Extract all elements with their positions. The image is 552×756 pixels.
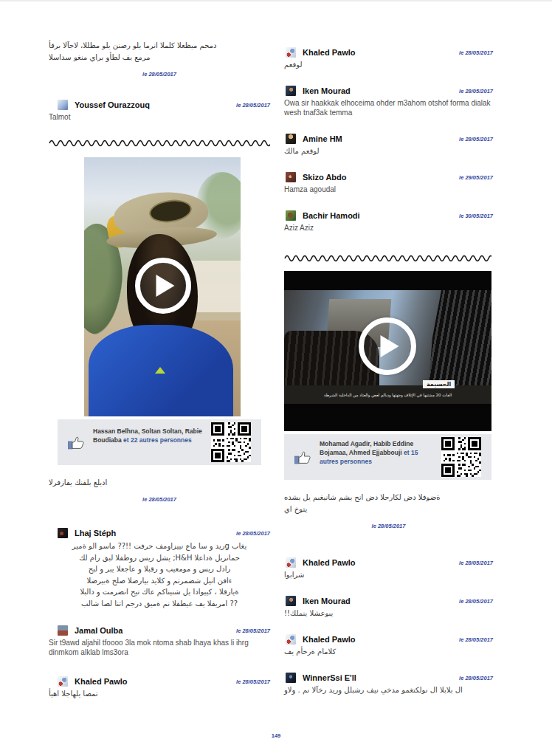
- likes-bar: Mohamad Agadir, Habib Eddine Bojamaa, Ah…: [284, 434, 491, 480]
- comment: Jamal Oulba le 28/05/2017 Sir t9awd alja…: [49, 625, 270, 657]
- avatar[interactable]: [286, 210, 296, 221]
- comment-text: Sir t9awd aljahil tfoooo 3la mok ntoma s…: [49, 638, 270, 657]
- commenter-name[interactable]: Khaled Pawlo: [75, 677, 128, 686]
- comment-text: Aziz Aziz: [284, 223, 525, 233]
- avatar[interactable]: [286, 596, 296, 606]
- comment-text: ريد و سا ماع نييزاومف حرفت !!?? ماسو الو…: [49, 540, 270, 609]
- likers-text: Mohamad Agadir, Habib Eddine Bojamaa, Ah…: [320, 439, 436, 466]
- comment-date: le 28/05/2017: [459, 136, 493, 142]
- post-date: le 28/05/2017: [49, 71, 270, 78]
- comment-date: le 28/05/2017: [459, 636, 493, 643]
- play-icon[interactable]: [359, 317, 416, 375]
- commenter-name[interactable]: Lhaj Stéph: [75, 529, 116, 537]
- comment-date: le 28/05/2017: [459, 88, 493, 94]
- comment-text: Talmot: [49, 112, 270, 122]
- comment: Bachir Hamodi le 30/05/2017 Aziz Aziz: [284, 210, 525, 233]
- avatar[interactable]: [286, 172, 296, 182]
- avatar[interactable]: [286, 557, 296, 568]
- page-number: 149: [0, 732, 552, 739]
- comment-date: le 28/05/2017: [236, 628, 270, 634]
- commenter-name[interactable]: Khaled Pawlo: [303, 48, 356, 57]
- post-text-arabic: ةضوفلا دض لكارحلا دض انح يشم شانيغبم يل …: [284, 492, 525, 515]
- comment: Khaled Pawlo le 28/05/2017 كلامام ةرخأم …: [284, 634, 525, 656]
- comment: Iken Mourad le 28/05/2017 Owa sir haakka…: [284, 86, 525, 117]
- likers-more-link[interactable]: et 22 autres personnes: [123, 436, 192, 444]
- commenter-name[interactable]: Jamal Oulba: [75, 626, 123, 635]
- right-column: Khaled Pawlo le 28/05/2017 لوقعم Iken Mo…: [284, 47, 525, 695]
- comment-text: Hamza agoudal: [284, 185, 525, 194]
- post-text-arabic: دمحم ميظعلا كلملا انرما يلو رصنن يلو مطل…: [49, 40, 270, 63]
- avatar[interactable]: [58, 528, 68, 538]
- thumbs-up-icon: [294, 450, 311, 464]
- play-icon[interactable]: [135, 258, 191, 314]
- comment: Iken Mourad le 28/05/2017 !!يبوعشلا ينمل…: [284, 596, 525, 618]
- comment-date: le 28/05/2017: [459, 49, 493, 56]
- comment-text: ال بلابلا ال نولكتغمو مدخي نيف رشبلل وري…: [284, 685, 520, 695]
- video-caption-label: الحسيمة: [423, 380, 455, 388]
- video-subtitle: الفات 20 مشتبها في الإتلاف وجهتها وديالم…: [284, 393, 491, 397]
- comment-date: le 28/05/2017: [459, 560, 493, 566]
- qr-code: [211, 422, 251, 462]
- commenter-name[interactable]: Skizo Abdo: [303, 173, 346, 182]
- video-thumbnail[interactable]: الحسيمة الفات 20 مشتبها في الإتلاف وجهته…: [284, 271, 491, 431]
- likes-bar: Hassan Belhna, Soltan Soltan, Rabie Boud…: [58, 419, 261, 465]
- comment: Lhaj Stéph le 28/05/2017 ريد و سا ماع ني…: [49, 528, 270, 609]
- video-thumbnail[interactable]: [84, 157, 241, 416]
- likers-names[interactable]: Mohamad Agadir, Habib Eddine Bojamaa, Ah…: [320, 440, 413, 456]
- post-date: le 28/05/2017: [49, 496, 270, 503]
- commenter-name[interactable]: Youssef Ourazzouq: [75, 100, 150, 109]
- avatar[interactable]: [286, 47, 296, 58]
- avatar[interactable]: [286, 673, 296, 683]
- comment-date: le 30/05/2017: [459, 213, 493, 219]
- thumbs-up-icon: [68, 436, 84, 450]
- qr-code: [441, 437, 481, 477]
- comment-date: le 28/05/2017: [236, 530, 270, 537]
- comment: Youssef Ourazzouq le 28/05/2017 Talmot: [49, 100, 270, 122]
- avatar[interactable]: [58, 100, 68, 110]
- wavy-divider: [284, 255, 525, 262]
- comment: Khaled Pawlo le 28/05/2017 لوقعم: [284, 47, 525, 69]
- commenter-name[interactable]: Iken Mourad: [303, 597, 351, 605]
- likers-text: Hassan Belhna, Soltan Soltan, Rabie Boud…: [93, 427, 210, 444]
- post-date: le 28/05/2017: [284, 523, 493, 529]
- comment-date: le 28/05/2017: [236, 102, 270, 109]
- avatar[interactable]: [286, 86, 296, 96]
- comment-text: Owa sir haakkak elhoceima ohder m3ahom o…: [284, 98, 493, 117]
- avatar[interactable]: [58, 625, 68, 636]
- shirt-logo: [155, 367, 165, 374]
- commenter-name[interactable]: Bachir Hamodi: [303, 211, 360, 220]
- wavy-divider: [49, 140, 270, 147]
- avatar[interactable]: [286, 634, 296, 645]
- comment: Skizo Abdo le 29/05/2017 Hamza agoudal: [284, 172, 525, 194]
- commenter-name[interactable]: Amine HM: [303, 134, 342, 143]
- comment-text: لوقعم مالك: [284, 146, 525, 156]
- comment: Amine HM le 28/05/2017 لوقعم مالك: [284, 134, 525, 156]
- comment-date: le 28/05/2017: [459, 675, 493, 681]
- comment: WinnerSsi E'll le 28/05/2017 ال بلابلا ا…: [284, 673, 525, 695]
- comment-date: le 28/05/2017: [236, 678, 270, 685]
- avatar[interactable]: [286, 134, 296, 144]
- commenter-name[interactable]: Iken Mourad: [303, 86, 351, 95]
- avatar[interactable]: [58, 676, 68, 687]
- comment-date: le 28/05/2017: [459, 598, 493, 605]
- document-page: دمحم ميظعلا كلملا انرما يلو رصنن يلو مطل…: [0, 0, 552, 756]
- commenter-name[interactable]: Khaled Pawlo: [303, 558, 356, 567]
- comment-date: le 29/05/2017: [459, 174, 493, 181]
- comment: Khaled Pawlo le 28/05/2017 تمصا يلهاجلا …: [49, 676, 270, 698]
- commenter-name[interactable]: Khaled Pawlo: [303, 635, 356, 644]
- comment-text: لوقعم: [284, 60, 525, 69]
- comment-text: شرابوا: [284, 570, 525, 580]
- comment-text: !!يبوعشلا ينملك: [284, 608, 525, 618]
- comment-text: تمصا يلهاجلا اهيأ: [49, 689, 270, 698]
- comment: Khaled Pawlo le 28/05/2017 شرابوا: [284, 557, 525, 580]
- comment-text: كلامام ةرخأم يف: [284, 647, 525, 656]
- left-column: دمحم ميظعلا كلملا انرما يلو رصنن يلو مطل…: [49, 40, 270, 698]
- commenter-name[interactable]: WinnerSsi E'll: [303, 673, 356, 682]
- post-text-arabic: اديلع بلقنك يفازفرلا: [49, 477, 270, 489]
